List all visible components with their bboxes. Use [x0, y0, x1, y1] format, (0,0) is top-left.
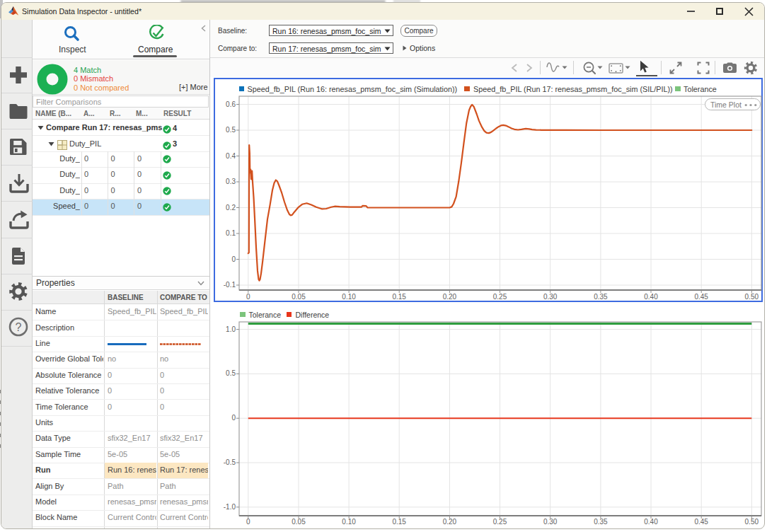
svg-text:?: ?: [16, 321, 22, 333]
